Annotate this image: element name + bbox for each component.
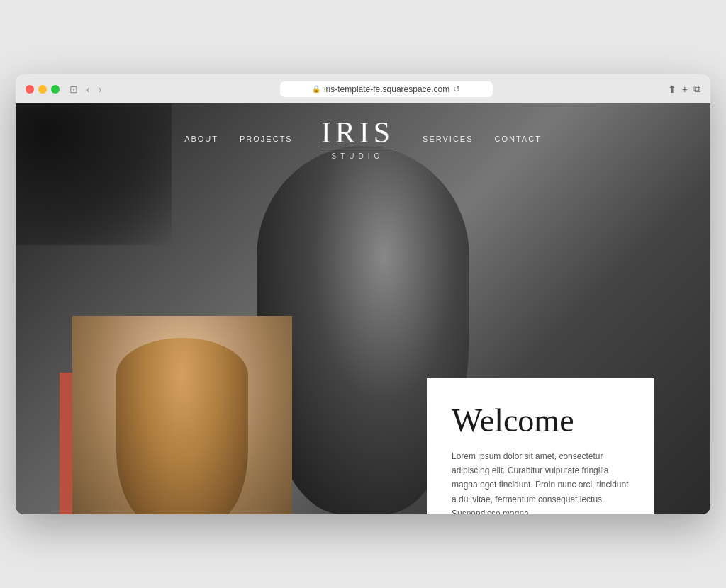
site-navigation: ABOUT PROJECTS IRIS STUDIO SERVICES CONT… bbox=[16, 103, 710, 174]
nav-projects[interactable]: PROJECTS bbox=[240, 135, 293, 143]
browser-window: ⊡ ‹ › 🔒 iris-template-fe.squarespace.com… bbox=[16, 74, 710, 514]
website-content: ABOUT PROJECTS IRIS STUDIO SERVICES CONT… bbox=[16, 103, 710, 514]
address-bar-container: 🔒 iris-template-fe.squarespace.com ↺ bbox=[111, 81, 660, 97]
nav-left-links: ABOUT PROJECTS bbox=[184, 135, 293, 143]
logo-main-text: IRIS bbox=[321, 118, 394, 147]
maximize-button[interactable] bbox=[51, 85, 60, 94]
secondary-photo-inner bbox=[72, 316, 292, 514]
hero-section: ABOUT PROJECTS IRIS STUDIO SERVICES CONT… bbox=[16, 103, 710, 514]
secondary-photo bbox=[72, 316, 292, 514]
close-button[interactable] bbox=[26, 85, 34, 94]
browser-controls: ⊡ ‹ › bbox=[67, 82, 104, 96]
new-tab-button[interactable]: + bbox=[682, 84, 688, 95]
welcome-title: Welcome bbox=[452, 403, 629, 439]
window-mode-button[interactable]: ⊡ bbox=[67, 82, 81, 96]
nav-about[interactable]: ABOUT bbox=[184, 135, 218, 143]
traffic-lights bbox=[26, 85, 60, 94]
share-button[interactable]: ⬆ bbox=[668, 84, 676, 95]
lock-icon: 🔒 bbox=[312, 85, 320, 93]
browser-actions: ⬆ + ⧉ bbox=[668, 83, 700, 95]
duplicate-button[interactable]: ⧉ bbox=[693, 83, 700, 95]
welcome-panel: Welcome Lorem ipsum dolor sit amet, cons… bbox=[427, 378, 654, 514]
site-logo[interactable]: IRIS STUDIO bbox=[321, 118, 394, 160]
logo-sub-text: STUDIO bbox=[321, 149, 394, 160]
address-input[interactable]: 🔒 iris-template-fe.squarespace.com ↺ bbox=[280, 81, 493, 97]
refresh-icon[interactable]: ↺ bbox=[453, 84, 460, 94]
forward-button[interactable]: › bbox=[96, 82, 105, 96]
browser-chrome: ⊡ ‹ › 🔒 iris-template-fe.squarespace.com… bbox=[16, 74, 710, 103]
url-text: iris-template-fe.squarespace.com bbox=[324, 84, 449, 94]
back-button[interactable]: ‹ bbox=[84, 82, 93, 96]
nav-right-links: SERVICES CONTACT bbox=[423, 135, 542, 143]
nav-contact[interactable]: CONTACT bbox=[495, 135, 542, 143]
minimize-button[interactable] bbox=[38, 85, 47, 94]
nav-services[interactable]: SERVICES bbox=[423, 135, 473, 143]
welcome-body: Lorem ipsum dolor sit amet, consectetur … bbox=[452, 449, 629, 514]
red-accent-bar bbox=[60, 373, 72, 514]
